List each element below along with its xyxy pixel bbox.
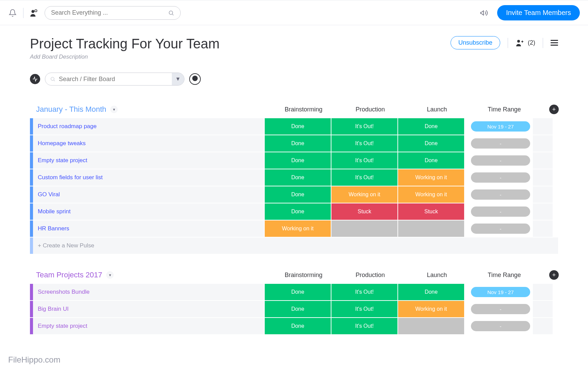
row-name[interactable]: Homepage tweaks [30,135,264,152]
time-cell[interactable]: - [469,203,532,220]
row-name[interactable]: Mobile sprint [30,203,264,220]
group-title[interactable]: Team Projects 2017 [36,271,102,279]
table-row[interactable]: Big Brain UI DoneIt's Out!Working on it … [30,301,558,317]
row-name[interactable]: HR Banners [30,220,264,237]
table-row[interactable]: Screenshots Bundle DoneIt's Out!Done Nov… [30,284,558,300]
table-row[interactable]: Product roadmap page DoneIt's Out!Done N… [30,118,558,135]
time-cell[interactable]: Nov 19 - 27 [469,284,532,300]
status-cell[interactable]: Working on it [398,169,464,186]
row-label[interactable]: Big Brain UI [38,306,69,312]
status-cell[interactable]: It's Out! [331,284,397,300]
table-row[interactable]: Custom fields for user list DoneIt's Out… [30,169,558,186]
time-pill[interactable]: - [471,189,530,200]
time-pill[interactable]: - [471,155,530,166]
column-header[interactable]: Launch [404,106,470,113]
status-cell[interactable]: It's Out! [331,135,397,152]
status-cell[interactable]: Done [265,169,331,186]
status-cell[interactable]: Done [398,284,464,300]
status-cell[interactable]: It's Out! [331,118,397,135]
time-cell[interactable]: - [469,135,532,152]
status-cell[interactable]: Done [265,318,331,334]
status-cell[interactable]: Done [398,118,464,135]
time-cell[interactable]: Nov 19 - 27 [469,118,532,135]
column-header[interactable]: Production [337,106,404,113]
table-row[interactable]: GO Viral DoneWorking on itWorking on it … [30,186,558,203]
add-column-button[interactable]: + [549,105,559,114]
team-icon[interactable] [30,9,38,17]
filter-board[interactable]: ▼ [45,73,184,86]
status-cell[interactable]: It's Out! [331,301,397,317]
column-header[interactable]: Time Range [470,106,538,113]
activity-icon[interactable] [30,74,40,84]
row-name[interactable]: Empty state project [30,318,264,334]
time-pill[interactable]: - [471,304,530,314]
create-pulse[interactable]: + Create a New Pulse [30,237,558,254]
column-header[interactable]: Launch [404,272,470,279]
status-cell[interactable]: Stuck [331,203,397,220]
row-name[interactable]: Custom fields for user list [30,169,264,186]
row-label[interactable]: Custom fields for user list [38,174,103,181]
row-label[interactable]: Homepage tweaks [38,140,86,147]
time-pill[interactable]: - [471,172,530,183]
group-title-wrap[interactable]: January - This Month ▼ [36,105,270,114]
time-pill[interactable]: - [471,138,530,149]
column-header[interactable]: Production [337,272,404,279]
time-cell[interactable]: - [469,301,532,317]
row-label[interactable]: Product roadmap page [38,123,97,130]
time-pill[interactable]: - [471,206,530,217]
page-subtitle[interactable]: Add Board Description [30,53,219,60]
status-cell[interactable]: Done [265,284,331,300]
invite-button[interactable]: Invite Team Members [497,5,580,20]
time-pill[interactable]: - [471,224,530,234]
status-cell[interactable]: Done [265,118,331,135]
status-cell[interactable]: It's Out! [331,152,397,169]
row-name[interactable]: Empty state project [30,152,264,169]
status-cell[interactable]: Done [265,301,331,317]
row-name[interactable]: Big Brain UI [30,301,264,317]
add-column-button[interactable]: + [549,270,559,280]
person-filter[interactable] [189,73,201,85]
status-cell[interactable] [331,220,397,237]
status-cell[interactable]: Done [265,135,331,152]
menu-icon[interactable] [551,40,558,46]
row-label[interactable]: GO Viral [38,191,60,198]
status-cell[interactable]: Done [398,135,464,152]
status-cell[interactable]: Done [265,152,331,169]
global-search[interactable] [45,6,181,20]
status-cell[interactable]: Working on it [398,301,464,317]
status-cell[interactable]: Working on it [398,186,464,203]
status-cell[interactable]: Working on it [331,186,397,203]
status-cell[interactable]: It's Out! [331,318,397,334]
table-row[interactable]: HR Banners Working on it - [30,220,558,237]
column-header[interactable]: Brainstorming [270,272,337,279]
column-header[interactable]: Time Range [470,272,538,279]
filter-dropdown[interactable]: ▼ [172,73,184,85]
time-cell[interactable]: - [469,152,532,169]
table-row[interactable]: Empty state project DoneIt's Out! - [30,318,558,334]
row-name[interactable]: Product roadmap page [30,118,264,135]
status-cell[interactable]: Done [265,186,331,203]
table-row[interactable]: Empty state project DoneIt's Out!Done - [30,152,558,169]
group-title-wrap[interactable]: Team Projects 2017 ▼ [36,271,270,279]
bell-icon[interactable] [8,9,17,17]
unsubscribe-button[interactable]: Unsubscribe [451,36,500,49]
row-name[interactable]: Screenshots Bundle [30,284,264,300]
status-cell[interactable]: Done [398,152,464,169]
member-count[interactable]: (2) [516,39,535,47]
time-pill[interactable]: Nov 19 - 27 [471,121,530,132]
status-cell[interactable]: Done [265,203,331,220]
table-row[interactable]: Mobile sprint DoneStuckStuck - [30,203,558,220]
status-cell[interactable]: Stuck [398,203,464,220]
status-cell[interactable]: It's Out! [331,169,397,186]
chevron-down-icon[interactable]: ▼ [106,271,114,279]
time-pill[interactable]: - [471,321,530,331]
status-cell[interactable] [398,318,464,334]
status-cell[interactable] [398,220,464,237]
filter-input[interactable] [59,76,172,83]
time-pill[interactable]: Nov 19 - 27 [471,287,530,297]
time-cell[interactable]: - [469,169,532,186]
search-input[interactable] [51,9,168,16]
time-cell[interactable]: - [469,186,532,203]
group-title[interactable]: January - This Month [36,105,106,114]
row-label[interactable]: Mobile sprint [38,208,70,215]
